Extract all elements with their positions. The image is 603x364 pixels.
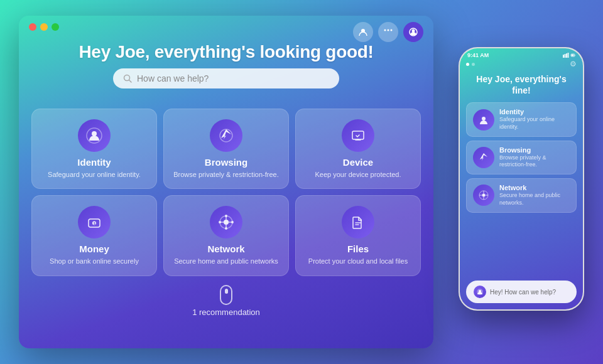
phone-screen: 9:41 AM: [460, 48, 583, 309]
files-card-desc: Protect your cloud and local files: [303, 257, 413, 266]
phone-identity-title: Identity: [499, 108, 570, 115]
phone-network-card[interactable]: Network Secure home and public networks.: [466, 178, 577, 212]
phone-identity-icon: [473, 109, 494, 131]
device-card-icon: [342, 119, 374, 152]
phone-identity-card[interactable]: Identity Safeguard your online identity.: [466, 102, 577, 136]
phone-chat-text: Hey! How can we help?: [490, 289, 556, 296]
device-card-title: Device: [303, 157, 413, 168]
phone-time: 9:41 AM: [467, 52, 489, 58]
svg-rect-28: [565, 54, 566, 58]
money-card-icon: $: [78, 206, 111, 238]
phone-browsing-card[interactable]: Browsing Browse privately & restriction-…: [466, 141, 577, 174]
network-card[interactable]: Network Secure home and public networks: [163, 195, 289, 276]
phone-chat-icon: [474, 286, 486, 298]
avatar-icon[interactable]: [353, 22, 373, 42]
svg-rect-29: [566, 53, 567, 58]
phone-statusbar: 9:41 AM: [460, 48, 583, 60]
cards-grid: Identity Safeguard your online identity.…: [19, 109, 433, 276]
scene: Hey Joe, everything's looking good! How …: [0, 0, 603, 364]
svg-point-36: [482, 194, 486, 197]
phone-dot: [472, 63, 475, 66]
svg-point-21: [225, 215, 227, 217]
window-controls: [29, 23, 59, 31]
money-card-title: Money: [40, 244, 149, 254]
svg-line-7: [129, 80, 132, 83]
browsing-card[interactable]: Browsing Browse privately & restriction-…: [163, 109, 289, 189]
svg-point-5: [412, 29, 415, 33]
scroll-icon: [220, 285, 232, 305]
identity-card-icon: [78, 119, 111, 152]
phone-identity-text: Identity Safeguard your online identity.: [499, 108, 570, 131]
search-placeholder: How can we help?: [137, 73, 209, 83]
money-card-desc: Shop or bank online securely: [40, 257, 149, 266]
svg-rect-32: [575, 55, 575, 56]
phone-browsing-text: Browsing Browse privately & restriction-…: [499, 146, 570, 169]
svg-text:$: $: [94, 222, 95, 225]
svg-point-22: [225, 227, 227, 230]
svg-rect-11: [352, 131, 364, 139]
device-card-desc: Keep your device protected.: [303, 170, 413, 179]
browsing-card-desc: Browse privately & restriction-free.: [171, 170, 281, 179]
svg-rect-33: [572, 55, 574, 56]
phone-cards: Identity Safeguard your online identity.…: [460, 102, 583, 276]
close-button[interactable]: [29, 23, 36, 31]
settings-icon[interactable]: ⚙: [570, 60, 577, 68]
phone-network-title: Network: [499, 184, 570, 191]
search-bar[interactable]: How can we help?: [113, 68, 339, 88]
phone-hero-title: Hey Joe, everything's fine!: [470, 73, 573, 96]
phone-identity-desc: Safeguard your online identity.: [499, 116, 570, 131]
files-card-icon: [342, 206, 374, 238]
phone-network-icon: [473, 185, 494, 206]
desktop-window: Hey Joe, everything's looking good! How …: [19, 16, 433, 348]
files-card[interactable]: Files Protect your cloud and local files: [295, 195, 421, 276]
phone-browsing-icon: [473, 147, 494, 168]
svg-rect-30: [568, 53, 569, 58]
network-card-icon: [210, 206, 242, 238]
svg-point-3: [391, 29, 393, 31]
browsing-card-icon: [210, 119, 242, 152]
identity-card-desc: Safeguard your online identity.: [40, 170, 149, 179]
phone-network-text: Network Secure home and public networks.: [499, 184, 570, 206]
profile-icon[interactable]: [403, 22, 423, 42]
svg-rect-27: [563, 55, 564, 58]
svg-point-23: [219, 221, 221, 223]
maximize-button[interactable]: [52, 23, 59, 31]
titlebar: [19, 16, 433, 36]
hero-title: Hey Joe, everything's looking good!: [31, 42, 421, 62]
hero-section: Hey Joe, everything's looking good! How …: [19, 36, 433, 104]
svg-point-2: [388, 29, 389, 31]
identity-card[interactable]: Identity Safeguard your online identity.: [31, 109, 157, 189]
files-card-title: Files: [303, 244, 413, 254]
nav-icons: [353, 22, 423, 42]
svg-point-34: [482, 117, 486, 120]
svg-point-1: [384, 29, 386, 31]
recommendation-section: 1 recommendation: [19, 285, 433, 317]
identity-card-title: Identity: [40, 157, 149, 168]
device-card[interactable]: Device Keep your device protected.: [295, 109, 421, 189]
mobile-phone: 9:41 AM: [459, 47, 584, 311]
network-card-desc: Secure home and public networks: [171, 257, 281, 266]
browsing-card-title: Browsing: [171, 157, 281, 168]
phone-chat-bar[interactable]: Hey! How can we help?: [466, 281, 577, 303]
network-card-title: Network: [171, 244, 281, 254]
phone-network-desc: Secure home and public networks.: [499, 192, 570, 206]
menu-icon[interactable]: [378, 22, 398, 42]
recommendation-text: 1 recommendation: [192, 308, 260, 317]
svg-point-24: [231, 221, 234, 223]
svg-point-9: [92, 131, 97, 136]
phone-browsing-desc: Browse privately & restriction-free.: [499, 154, 570, 169]
svg-point-16: [224, 220, 229, 225]
money-card[interactable]: $ Money Shop or bank online securely: [31, 195, 157, 276]
phone-dot-active: [466, 63, 469, 66]
minimize-button[interactable]: [40, 23, 48, 31]
phone-hero: Hey Joe, everything's fine!: [460, 70, 583, 102]
phone-browsing-title: Browsing: [499, 146, 570, 154]
